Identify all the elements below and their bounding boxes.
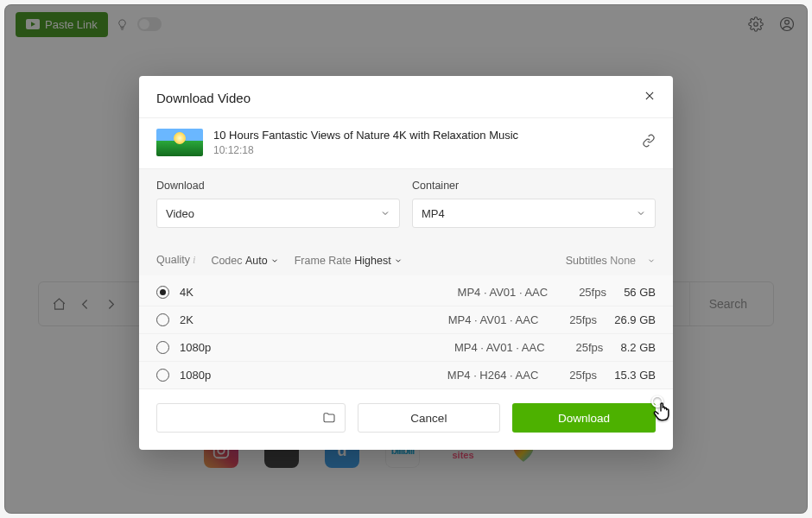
quality-option[interactable]: 1080pMP4 · H264 · AAC25fps15.3 GB [139,361,673,388]
option-fps: 25fps [554,369,614,382]
modal-header: Download Video [139,76,673,118]
download-type-select[interactable]: Video [156,199,400,228]
option-fps: 25fps [561,341,621,354]
subtitles-select[interactable]: None [610,255,656,267]
download-config: Download Video Container MP4 [139,169,673,242]
chevron-down-icon [380,208,390,218]
option-size: 26.9 GB [614,313,656,326]
copy-link-button[interactable] [642,134,656,151]
container-select[interactable]: MP4 [412,199,656,228]
container-value: MP4 [422,207,445,220]
download-type-label: Download [156,180,400,192]
video-title: 10 Hours Fantastic Views of Nature 4K wi… [213,129,518,142]
framerate-label: Frame Rate [295,255,352,267]
folder-icon [322,411,336,425]
codec-select[interactable]: Auto [245,255,279,267]
info-icon[interactable]: i [193,254,195,266]
option-fps: 25fps [554,313,614,326]
filter-bar: Qualityi Codec Auto Frame Rate Highest S… [139,242,673,275]
option-format: MP4 · AV01 · AAC [257,286,563,299]
link-icon [642,134,656,148]
download-type-value: Video [166,207,194,220]
close-icon [644,90,656,102]
option-quality: 4K [180,286,257,299]
option-size: 15.3 GB [614,369,656,382]
modal-footer: Cancel Download [139,388,673,450]
cancel-button[interactable]: Cancel [358,403,501,433]
chevron-down-icon [394,256,403,265]
chevron-down-icon [636,208,646,218]
video-info: 10 Hours Fantastic Views of Nature 4K wi… [139,118,673,169]
framerate-select[interactable]: Highest [354,255,402,267]
quality-option[interactable]: 4KMP4 · AV01 · AAC25fps56 GB [139,279,673,306]
option-fps: 25fps [563,286,624,299]
codec-label: Codec [211,255,242,267]
option-quality: 1080p [180,369,257,382]
option-size: 56 GB [624,286,656,299]
option-size: 8.2 GB [621,341,656,354]
quality-label: Quality [156,254,190,266]
subtitles-label: Subtitles [566,255,607,267]
radio-icon [156,341,169,354]
container-label: Container [412,180,656,192]
download-video-modal: Download Video 10 Hours Fantastic Views … [139,76,673,450]
option-format: MP4 · AV01 · AAC [257,341,561,354]
option-quality: 1080p [180,341,257,354]
modal-title: Download Video [156,91,251,105]
quality-option[interactable]: 2KMP4 · AV01 · AAC25fps26.9 GB [139,306,673,333]
output-path-picker[interactable] [156,403,346,433]
chevron-down-icon [270,256,279,265]
radio-icon [156,286,169,299]
quality-options: 4KMP4 · AV01 · AAC25fps56 GB2KMP4 · AV01… [139,275,673,388]
chevron-down-icon [647,256,656,265]
radio-icon [156,369,169,382]
option-quality: 2K [180,313,257,326]
quality-option[interactable]: 1080pMP4 · AV01 · AAC25fps8.2 GB [139,333,673,361]
radio-icon [156,313,169,326]
close-button[interactable] [644,90,656,105]
option-format: MP4 · AV01 · AAC [257,313,554,326]
download-button[interactable]: Download [512,403,656,433]
video-thumbnail [156,129,203,156]
option-format: MP4 · H264 · AAC [257,369,554,382]
video-duration: 10:12:18 [213,144,518,156]
